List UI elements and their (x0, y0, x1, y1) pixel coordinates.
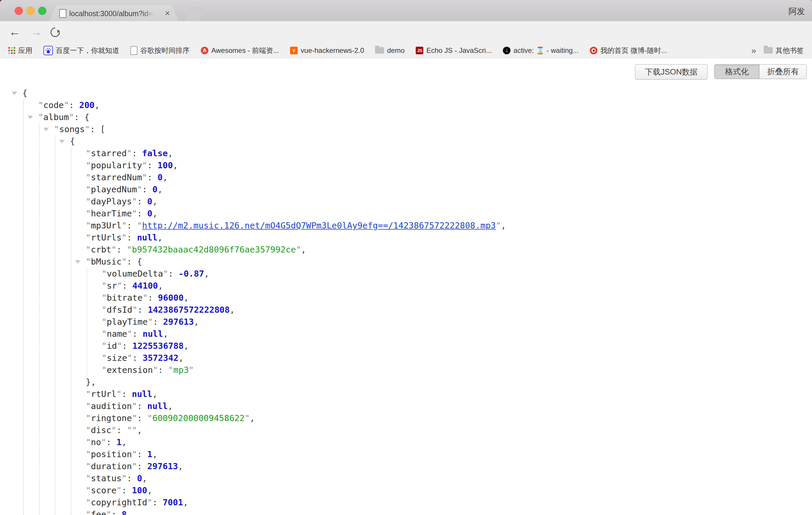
json-value: null (132, 389, 152, 399)
bookmarks-bar: 应用百度一下，你就知道谷歌按时间排序AAwesomes - 前端资...Vvue… (0, 43, 812, 58)
json-line: "sr": 44100, (0, 280, 812, 292)
collapse-triangle-icon[interactable] (28, 116, 33, 119)
json-line: "duration": 297613, (0, 460, 812, 473)
bookmark-weibo[interactable]: 我的首页 微博-随时... (590, 46, 667, 55)
json-value: 1 (117, 437, 121, 447)
json-key: copyrightId (91, 497, 147, 507)
json-string-value: 600902000009458622 (152, 413, 244, 423)
json-key: bitrate (107, 293, 142, 303)
json-line: "status": 0, (0, 473, 812, 484)
json-key: ringtone (91, 413, 132, 423)
json-value: 1 (147, 449, 152, 459)
json-value: 8 (121, 509, 126, 515)
json-line: "extension": "mp3" (0, 364, 812, 376)
json-value: 200 (79, 100, 94, 110)
bookmark-favicon-icon: V (290, 47, 298, 54)
json-value: 297613 (163, 317, 194, 327)
json-line: "no": 1, (0, 436, 812, 448)
json-key: id (107, 341, 117, 351)
json-line: { (0, 87, 812, 99)
collapse-triangle-icon[interactable] (12, 92, 17, 95)
json-string-value: b957432baaac42d8096f76ae357992ce (132, 245, 296, 255)
collapse-triangle-icon[interactable] (44, 128, 49, 131)
profile-name[interactable]: 阿发 (788, 6, 805, 17)
indent-guide-line (39, 123, 40, 515)
json-value: 100 (157, 160, 173, 170)
bookmark-active[interactable]: ↓active: ⌛ - waiting... (503, 47, 579, 55)
json-key: playTime (107, 317, 148, 327)
bookmarks-list: 应用百度一下，你就知道谷歌按时间排序AAwesomes - 前端资...Vvue… (8, 46, 667, 55)
browser-toolbar: ← → i localhost:3000/album?id=32311 ☆ 英e… (0, 21, 812, 43)
json-line: "starredNum": 0, (0, 171, 812, 183)
json-key: dfsId (107, 305, 132, 315)
json-key: name (107, 329, 127, 339)
collapse-triangle-icon[interactable] (75, 260, 81, 264)
json-line: "ringtone": "600902000009458622", (0, 412, 812, 424)
json-key: starredNum (91, 172, 142, 182)
json-key: album (43, 112, 69, 122)
forward-button[interactable]: → (31, 24, 42, 39)
reload-button[interactable] (49, 26, 62, 39)
json-key: rtUrl (91, 389, 116, 399)
bookmark-demo[interactable]: demo (375, 47, 405, 55)
bookmark-apps[interactable]: 应用 (8, 46, 32, 55)
json-key: sr (107, 281, 117, 291)
minimize-window-button[interactable] (26, 7, 35, 15)
back-button[interactable]: ← (9, 24, 21, 39)
collapse-triangle-icon[interactable] (59, 140, 65, 143)
bookmarks-overflow-chevron[interactable]: » (751, 46, 756, 56)
json-key: audition (91, 401, 132, 411)
json-key: starred (91, 148, 126, 158)
bookmark-google-sort-label: 谷歌按时间排序 (140, 46, 190, 55)
format-button[interactable]: 格式化 (715, 65, 759, 79)
json-line: "playTime": 297613, (0, 316, 812, 328)
json-value: 100 (132, 485, 147, 495)
browser-tab[interactable]: localhost:3000/album?id=323 × (49, 5, 179, 21)
baidu-paw-icon (44, 46, 53, 55)
json-key: position (91, 449, 132, 459)
close-window-button[interactable] (15, 7, 23, 15)
json-line: "volumeDelta": -0.87, (0, 268, 812, 280)
json-value: 0 (137, 473, 142, 483)
json-viewer: {"code": 200,"album": {"songs": [{"starr… (0, 87, 812, 515)
zoom-window-button[interactable] (38, 7, 47, 15)
bookmark-baidu[interactable]: 百度一下，你就知道 (44, 46, 119, 55)
title-bar: localhost:3000/album?id=323 × 阿发 (0, 0, 812, 22)
json-key: rtUrls (91, 233, 121, 242)
other-bookmarks-button[interactable]: 其他书签 (764, 46, 804, 55)
page-favicon-icon (59, 9, 66, 18)
collapse-all-button[interactable]: 折叠所有 (759, 65, 806, 79)
new-tab-button[interactable] (185, 7, 205, 21)
page-content: 下载JSON数据 格式化 折叠所有 {"code": 200,"album": … (0, 58, 812, 515)
bookmark-echo-js-label: Echo JS - JavaScri... (426, 47, 492, 55)
json-line: "popularity": 100, (0, 160, 812, 171)
json-link-value[interactable]: http://m2.music.126.net/mO4G5dQ7WPm3Le0l… (142, 221, 496, 230)
json-key: fee (91, 509, 106, 515)
json-line: { (0, 135, 812, 147)
bookmark-echo-js[interactable]: JSEcho JS - JavaScri... (416, 47, 492, 55)
json-line: "dayPlays": 0, (0, 196, 812, 208)
json-line: "code": 200, (0, 99, 812, 111)
bookmark-vue-hackernews[interactable]: Vvue-hackernews-2.0 (290, 47, 364, 55)
json-line: "mp3Url": "http://m2.music.126.net/mO4G5… (0, 220, 812, 232)
json-line: "position": 1, (0, 448, 812, 460)
json-line: "rtUrls": null, (0, 232, 812, 244)
bookmark-google-sort[interactable]: 谷歌按时间排序 (130, 46, 190, 55)
indent-guide-line (87, 268, 87, 376)
json-string-value: mp3 (173, 365, 188, 375)
json-key: bMusic (91, 257, 121, 266)
weibo-icon (590, 47, 598, 54)
browser-window: localhost:3000/album?id=323 × 阿发 ← → i l… (0, 0, 812, 515)
download-json-button[interactable]: 下载JSON数据 (635, 64, 707, 80)
bookmark-awesomes[interactable]: AAwesomes - 前端资... (201, 46, 279, 55)
json-line: "rtUrl": null, (0, 388, 812, 400)
json-key: crbt (91, 245, 111, 255)
tab-close-icon[interactable]: × (165, 8, 170, 18)
json-line: "name": null, (0, 328, 812, 340)
json-key: playedNum (91, 184, 137, 194)
json-line: "hearTime": 0, (0, 208, 812, 220)
json-line: "playedNum": 0, (0, 183, 812, 196)
indent-guide-line (23, 99, 24, 515)
json-line: "album": { (0, 111, 812, 123)
json-line: "score": 100, (0, 484, 812, 496)
